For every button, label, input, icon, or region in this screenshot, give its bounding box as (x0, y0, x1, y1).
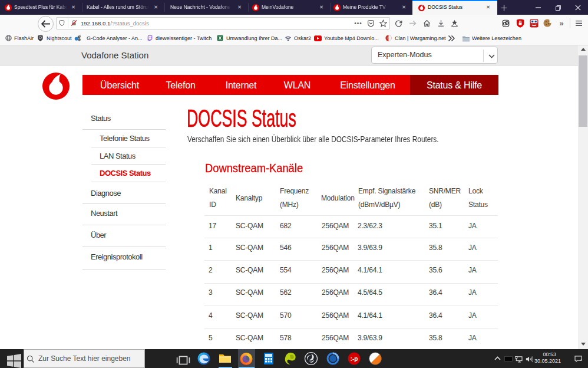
svg-text::-p: :-p (351, 356, 358, 362)
